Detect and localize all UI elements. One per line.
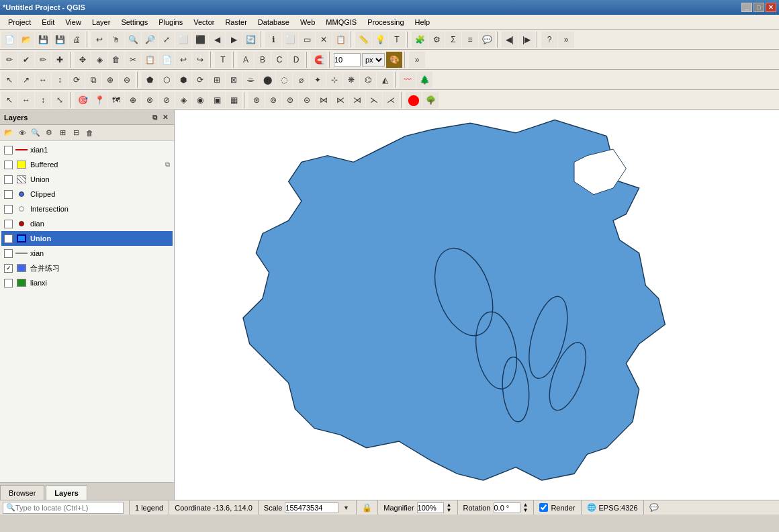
nav-btn20[interactable]: ⋉ bbox=[332, 92, 349, 108]
zoom-in-btn[interactable]: 🔍 bbox=[125, 32, 141, 48]
digitize-btn[interactable]: ✏ bbox=[35, 52, 51, 68]
adv-btn1[interactable]: ↖ bbox=[1, 72, 17, 88]
nav-btn7[interactable]: 🗺 bbox=[108, 92, 124, 108]
adv-btn22[interactable]: ⌬ bbox=[360, 72, 376, 88]
nav-btn3[interactable]: ↕ bbox=[35, 92, 51, 108]
nav-btn9[interactable]: ⊗ bbox=[142, 92, 158, 108]
layers-filter2-btn[interactable]: ⚙ bbox=[43, 127, 55, 139]
nav-btn11[interactable]: ◈ bbox=[175, 92, 191, 108]
rotation-down-btn[interactable]: ▼ bbox=[523, 508, 529, 513]
menu-item-project[interactable]: Project bbox=[3, 17, 36, 28]
maximize-button[interactable]: □ bbox=[753, 3, 764, 12]
layers-filter-btn[interactable]: 🔍 bbox=[30, 127, 42, 139]
nav-btn17[interactable]: ⊜ bbox=[282, 92, 298, 108]
layer-checkbox-clipped[interactable] bbox=[4, 190, 13, 199]
layer-item-dian[interactable]: dian bbox=[1, 216, 173, 231]
layer-checkbox-dian[interactable] bbox=[4, 220, 13, 228]
map-canvas[interactable] bbox=[175, 110, 779, 500]
cut-btn[interactable]: ✂ bbox=[125, 52, 141, 68]
open-attr-btn[interactable]: 📋 bbox=[332, 32, 349, 48]
add-feature-btn[interactable]: ✚ bbox=[52, 52, 68, 68]
nav-btn21[interactable]: ⋊ bbox=[349, 92, 365, 108]
move-btn[interactable]: ✥ bbox=[75, 52, 91, 68]
nav-btn24[interactable]: ⬤ bbox=[406, 92, 422, 108]
layer-item-buffered[interactable]: Buffered⧉ bbox=[1, 157, 173, 172]
adv-btn18[interactable]: ⌀ bbox=[293, 72, 309, 88]
help-btn[interactable]: ? bbox=[541, 32, 557, 48]
panel-float-btn[interactable]: ⧉ bbox=[150, 113, 159, 122]
nav-btn2[interactable]: ↔ bbox=[18, 92, 34, 108]
prev-inter-btn[interactable]: ◀| bbox=[502, 32, 518, 48]
adv-btn3[interactable]: ↔ bbox=[35, 72, 51, 88]
zoom-full-btn[interactable]: ⤢ bbox=[158, 32, 175, 48]
adv-btn23[interactable]: ◭ bbox=[377, 72, 393, 88]
plugin1-btn[interactable]: 🧩 bbox=[412, 32, 428, 48]
rotation-input[interactable] bbox=[494, 502, 520, 513]
select-btn[interactable]: ⬜ bbox=[282, 32, 298, 48]
minimize-button[interactable]: _ bbox=[741, 3, 752, 12]
menu-item-mmqgis[interactable]: MMQGIS bbox=[320, 17, 362, 28]
layer-item-hebinglianxi[interactable]: ✓合并练习 bbox=[1, 261, 173, 275]
menu-item-processing[interactable]: Processing bbox=[362, 17, 409, 28]
menu-item-vector[interactable]: Vector bbox=[188, 17, 220, 28]
scale-input[interactable] bbox=[285, 502, 338, 513]
nav-btn14[interactable]: ▦ bbox=[226, 92, 242, 108]
nav-btn10[interactable]: ⊘ bbox=[158, 92, 175, 108]
tree-btn[interactable]: 🌲 bbox=[416, 72, 432, 88]
pan-btn[interactable]: 🖱 bbox=[108, 32, 124, 48]
layer-item-intersection[interactable]: Intersection bbox=[1, 202, 173, 216]
label-btn[interactable]: T bbox=[215, 52, 231, 68]
open-btn[interactable]: 📂 bbox=[18, 32, 34, 48]
info-icon[interactable]: 💬 bbox=[649, 503, 659, 512]
zoom-select-btn[interactable]: ⬛ bbox=[192, 32, 208, 48]
refresh-btn[interactable]: 🔄 bbox=[242, 32, 259, 48]
scale-down-btn[interactable]: ▼ bbox=[341, 502, 351, 513]
adv-btn17[interactable]: ◌ bbox=[276, 72, 292, 88]
copy-btn[interactable]: 📋 bbox=[142, 52, 158, 68]
menu-item-plugins[interactable]: Plugins bbox=[153, 17, 188, 28]
adv-btn9[interactable]: ⬟ bbox=[142, 72, 158, 88]
tab-layers[interactable]: Layers bbox=[46, 485, 87, 500]
adv-btn16[interactable]: ⬤ bbox=[259, 72, 275, 88]
menu-item-database[interactable]: Database bbox=[253, 17, 295, 28]
menu-item-view[interactable]: View bbox=[60, 17, 87, 28]
layer-checkbox-lianxi[interactable] bbox=[4, 279, 13, 287]
menu-item-layer[interactable]: Layer bbox=[87, 17, 116, 28]
zoom-prev-btn[interactable]: ◀ bbox=[209, 32, 225, 48]
menu-item-web[interactable]: Web bbox=[295, 17, 320, 28]
attr-field4[interactable]: D bbox=[288, 52, 304, 68]
nav-btn13[interactable]: ▣ bbox=[209, 92, 225, 108]
undo2-btn[interactable]: ↩ bbox=[175, 52, 191, 68]
undo-btn[interactable]: ↩ bbox=[91, 32, 107, 48]
layers-remove-btn[interactable]: 🗑 bbox=[83, 127, 95, 139]
attr-field2[interactable]: B bbox=[255, 52, 271, 68]
attr-field3[interactable]: C bbox=[271, 52, 287, 68]
adv-btn12[interactable]: ⟳ bbox=[192, 72, 208, 88]
identify-btn[interactable]: ℹ bbox=[265, 32, 281, 48]
menu-item-settings[interactable]: Settings bbox=[116, 17, 153, 28]
redo-btn[interactable]: ↪ bbox=[192, 52, 208, 68]
adv-btn5[interactable]: ⟳ bbox=[68, 72, 85, 88]
tip-btn[interactable]: 💡 bbox=[372, 32, 388, 48]
layer-checkbox-hebinglianxi[interactable]: ✓ bbox=[4, 264, 13, 273]
layer-item-clipped[interactable]: Clipped bbox=[1, 187, 173, 202]
adv-btn15[interactable]: ⌯ bbox=[242, 72, 259, 88]
print-btn[interactable]: 🖨 bbox=[68, 32, 85, 48]
render-checkbox[interactable] bbox=[539, 503, 548, 512]
adv-btn21[interactable]: ❋ bbox=[343, 72, 359, 88]
layer-item-lianxi[interactable]: lianxi bbox=[1, 275, 173, 290]
layer-item-xian[interactable]: xian bbox=[1, 246, 173, 261]
more-btn[interactable]: » bbox=[558, 32, 574, 48]
adv-btn6[interactable]: ⧉ bbox=[85, 72, 101, 88]
tab-browser[interactable]: Browser bbox=[0, 485, 44, 500]
nav-btn23[interactable]: ⋌ bbox=[383, 92, 399, 108]
adv-btn13[interactable]: ⊞ bbox=[209, 72, 225, 88]
layer-checkbox-union2[interactable] bbox=[4, 175, 13, 184]
nav-btn25[interactable]: 🌳 bbox=[422, 92, 439, 108]
layer-item-xian1[interactable]: xian1 bbox=[1, 142, 173, 157]
adv-btn11[interactable]: ⬢ bbox=[175, 72, 191, 88]
layer-item-union2[interactable]: Union bbox=[1, 172, 173, 187]
magnifier-input[interactable] bbox=[417, 502, 444, 513]
close-button[interactable]: ✕ bbox=[766, 3, 776, 12]
plugin5-btn[interactable]: 💬 bbox=[479, 32, 495, 48]
